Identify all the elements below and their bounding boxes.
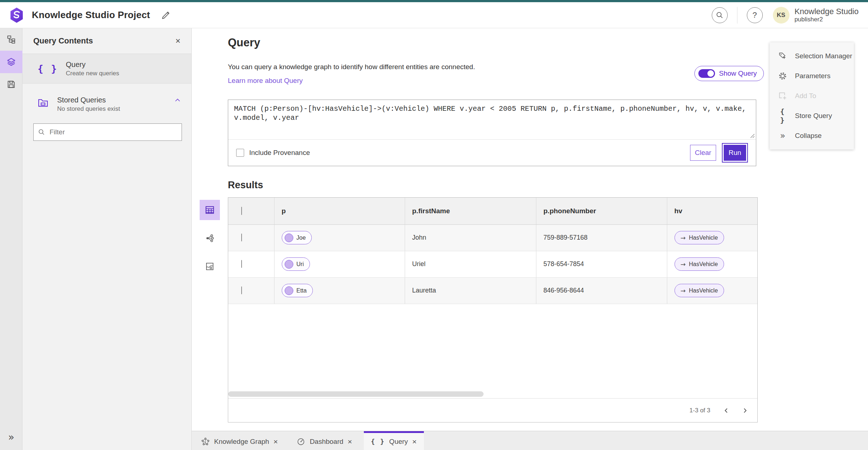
add-to-icon xyxy=(778,91,787,101)
expand-rail-button[interactable] xyxy=(0,429,22,445)
table-row[interactable]: Uri Uriel 578-654-7854 HasVehicle xyxy=(228,251,757,277)
bottom-tab-bar: Knowledge Graph Dashboard Query xyxy=(192,431,868,450)
entity-node-icon xyxy=(285,286,293,295)
horizontal-scrollbar xyxy=(228,390,757,398)
select-all-checkbox[interactable] xyxy=(241,207,242,215)
help-button[interactable] xyxy=(747,7,763,23)
entity-pill[interactable]: Etta xyxy=(282,284,313,297)
relationship-label: HasVehicle xyxy=(689,261,718,268)
close-panel-button[interactable] xyxy=(175,37,180,45)
menu-item-label: Collapse xyxy=(795,132,822,140)
search-button[interactable] xyxy=(712,7,728,23)
menu-item-label: Selection Manager xyxy=(795,52,852,60)
entity-pill[interactable]: Uri xyxy=(282,257,310,271)
show-query-toggle[interactable]: Show Query xyxy=(694,66,764,81)
cell-firstname: John xyxy=(405,224,536,251)
table-row[interactable]: Joe John 759-889-57168 HasVehicle xyxy=(228,224,757,251)
table-view-button[interactable] xyxy=(200,200,220,220)
include-provenance-checkbox[interactable] xyxy=(236,149,244,157)
app-logo-icon[interactable] xyxy=(9,7,24,23)
stored-queries-description: No stored queries exist xyxy=(57,105,120,113)
toggle-track-icon xyxy=(698,69,715,78)
rail-item-save[interactable] xyxy=(0,73,22,96)
map-view-button[interactable] xyxy=(200,256,220,277)
relationship-pill[interactable]: HasVehicle xyxy=(675,257,724,271)
toggle-knob xyxy=(707,70,714,77)
menu-item-selection-manager[interactable]: Selection Manager xyxy=(770,46,854,66)
braces-icon xyxy=(371,438,385,445)
tab-knowledge-graph[interactable]: Knowledge Graph xyxy=(194,431,285,450)
cell-firstname: Lauretta xyxy=(405,277,536,304)
results-table-container: p p.firstName p.phoneNumber hv Joe John … xyxy=(228,197,758,422)
show-query-label: Show Query xyxy=(719,70,757,77)
previous-page-button[interactable] xyxy=(723,408,729,413)
query-heading: Query xyxy=(228,36,260,49)
rail-item-data-model[interactable] xyxy=(0,28,22,51)
edit-title-button[interactable] xyxy=(159,9,172,21)
search-icon xyxy=(38,129,45,136)
relationship-label: HasVehicle xyxy=(689,287,718,294)
table-row[interactable]: Etta Lauretta 846-956-8644 HasVehicle xyxy=(228,277,757,304)
row-checkbox[interactable] xyxy=(241,286,242,294)
entity-label: Uri xyxy=(297,261,304,268)
tab-query[interactable]: Query xyxy=(364,431,424,450)
column-header-p[interactable]: p xyxy=(274,198,405,224)
entity-pill[interactable]: Joe xyxy=(282,231,312,244)
menu-item-parameters[interactable]: Parameters xyxy=(770,66,854,86)
run-button[interactable]: Run xyxy=(722,143,748,163)
cell-phonenumber: 578-654-7854 xyxy=(536,251,667,277)
query-editor[interactable]: MATCH (p:Person)-[hv:HasVehicle]->(v:Veh… xyxy=(228,100,756,140)
scrollbar-thumb[interactable] xyxy=(228,391,484,397)
relationship-pill[interactable]: HasVehicle xyxy=(675,231,724,244)
app-header: Knowledge Studio Project KS Knowledge St… xyxy=(0,2,868,28)
cell-firstname: Uriel xyxy=(405,251,536,277)
results-heading: Results xyxy=(228,180,263,191)
clear-button[interactable]: Clear xyxy=(690,145,716,161)
menu-item-store-query[interactable]: Store Query xyxy=(770,106,854,126)
dashboard-gauge-icon xyxy=(297,437,305,446)
save-icon xyxy=(7,80,16,89)
relationship-label: HasVehicle xyxy=(689,235,718,241)
menu-item-collapse[interactable]: Collapse xyxy=(770,126,854,146)
query-contents-panel: Query Contents Query Create new queries … xyxy=(22,28,192,450)
map-icon xyxy=(205,262,214,271)
stored-queries-section[interactable]: Stored Queries No stored queries exist xyxy=(22,84,191,113)
table-header-row: p p.firstName p.phoneNumber hv xyxy=(228,198,757,224)
close-icon[interactable] xyxy=(348,438,352,445)
column-header-hv[interactable]: hv xyxy=(667,198,757,224)
data-model-icon xyxy=(7,35,16,44)
resize-grip-icon[interactable] xyxy=(750,133,755,138)
row-checkbox[interactable] xyxy=(241,260,242,268)
rail-item-layers[interactable] xyxy=(0,51,22,73)
sidebar-item-query[interactable]: Query Create new queries xyxy=(22,54,191,84)
filter-input[interactable] xyxy=(50,128,177,136)
avatar[interactable]: KS xyxy=(773,7,790,24)
query-item-text: Query Create new queries xyxy=(66,60,119,77)
arrow-right-icon xyxy=(681,261,686,268)
selection-manager-icon xyxy=(778,51,787,61)
table-pagination: 1-3 of 3 xyxy=(228,398,757,422)
learn-more-link[interactable]: Learn more about Query xyxy=(228,77,303,85)
collapse-stored-queries-button[interactable] xyxy=(174,96,181,105)
close-icon[interactable] xyxy=(412,438,417,445)
entity-node-icon xyxy=(285,260,293,269)
query-editor-container: MATCH (p:Person)-[hv:HasVehicle]->(v:Veh… xyxy=(228,100,756,166)
tab-dashboard[interactable]: Dashboard xyxy=(289,431,359,450)
column-header-firstname[interactable]: p.firstName xyxy=(405,198,536,224)
gear-icon xyxy=(778,71,787,81)
chevron-up-icon xyxy=(174,97,181,104)
cell-phonenumber: 759-889-57168 xyxy=(536,224,667,251)
relationship-pill[interactable]: HasVehicle xyxy=(675,284,724,297)
tab-label: Query xyxy=(389,438,408,446)
user-name: Knowledge Studio xyxy=(795,7,859,16)
close-icon[interactable] xyxy=(273,438,278,445)
graph-view-button[interactable] xyxy=(200,228,220,248)
query-item-description: Create new queries xyxy=(66,70,119,77)
pencil-icon xyxy=(161,10,170,20)
pagination-range: 1-3 of 3 xyxy=(689,407,710,414)
row-checkbox[interactable] xyxy=(241,234,242,241)
chevron-left-icon xyxy=(723,408,729,413)
column-header-phonenumber[interactable]: p.phoneNumber xyxy=(536,198,667,224)
next-page-button[interactable] xyxy=(742,408,748,413)
layers-icon xyxy=(7,57,16,67)
